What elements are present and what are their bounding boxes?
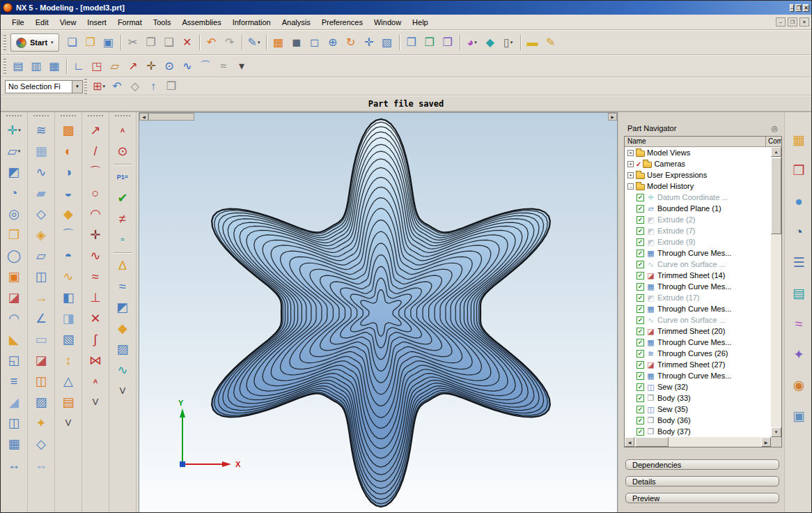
tree-trimmed-sheet-27[interactable]: ✓◪Trimmed Sheet (27): [625, 359, 771, 370]
chevron-down-icon[interactable]: ▾: [72, 81, 82, 93]
chevron-down-icon[interactable]: ▾: [258, 40, 260, 45]
tree-user-expressions[interactable]: +User Expressions: [625, 169, 771, 181]
close-button[interactable]: ✕: [803, 4, 809, 12]
toolbar-drag-handle[interactable]: [3, 59, 6, 74]
people-palette-button[interactable]: ◉: [788, 374, 810, 395]
dependencies-panel[interactable]: Dependencies: [625, 459, 779, 470]
more-curve-tools-column-button[interactable]: ˅: [85, 392, 107, 413]
expression-button[interactable]: P1=: [112, 167, 134, 187]
feature-checkbox[interactable]: ✓: [637, 395, 644, 402]
profile-button[interactable]: ↗: [85, 120, 107, 141]
horizontal-scroll-thumb[interactable]: [635, 437, 669, 447]
block-button[interactable]: ❒: [3, 224, 25, 245]
expression-check-button[interactable]: ✔: [112, 187, 134, 208]
toolbar-drag-handle[interactable]: [3, 35, 6, 50]
line-button[interactable]: /: [85, 141, 107, 162]
project-curve-button[interactable]: ⊥: [85, 287, 107, 308]
more-surface-tools-button[interactable]: ˅: [58, 413, 79, 434]
expand-toggle[interactable]: +: [627, 172, 634, 178]
scroll-up-button[interactable]: ▲: [771, 147, 781, 157]
tree-body-37[interactable]: ✓❒Body (37): [625, 426, 771, 437]
move-component-button[interactable]: ❒: [421, 33, 439, 52]
tree-through-curve-mesh-e[interactable]: ✓▦Through Curve Mes...: [625, 370, 771, 381]
work-section-button[interactable]: ◇: [126, 77, 144, 95]
copy-button[interactable]: ❐: [142, 33, 160, 52]
start-menu-button[interactable]: Start ▾: [10, 33, 59, 52]
through-curve-mesh-button[interactable]: ▦: [31, 141, 52, 162]
information-palette-button[interactable]: ▤: [788, 282, 810, 303]
fillet-button[interactable]: ◠: [85, 204, 107, 224]
extension-surface-button[interactable]: →: [31, 287, 52, 308]
measure-body-button[interactable]: ∆: [112, 255, 134, 276]
shaded-solid-button[interactable]: ◆: [481, 33, 499, 52]
refit-face-button[interactable]: ▧: [58, 329, 79, 350]
menu-insert[interactable]: Insert: [81, 16, 112, 29]
bounded-plane-button[interactable]: ▱: [31, 245, 52, 266]
simple-interference-button[interactable]: ✎: [542, 33, 560, 52]
sketch-in-task-button[interactable]: ◳: [88, 57, 106, 75]
law-extension-button[interactable]: ∠: [31, 308, 52, 329]
point-tool-button[interactable]: ⊙: [112, 141, 134, 162]
annotation-text-button[interactable]: A: [112, 120, 134, 141]
feature-checkbox[interactable]: ✓: [637, 428, 644, 436]
menu-help[interactable]: Help: [407, 16, 434, 29]
cylinder-button[interactable]: ◯: [3, 245, 25, 266]
tree-extrude-17[interactable]: ✓◩Extrude (17): [625, 292, 771, 303]
patch-body-button[interactable]: ▨: [31, 392, 52, 413]
ruled-surface-button[interactable]: ▰: [31, 183, 52, 204]
details-panel[interactable]: Details: [625, 476, 779, 487]
emboss-body-button[interactable]: ◧: [58, 287, 79, 308]
tree-through-curve-mesh-c[interactable]: ✓▦Through Curve Mes...: [625, 303, 771, 314]
rendering-style-button[interactable]: ◕▾: [463, 33, 481, 52]
expand-toggle[interactable]: -: [627, 183, 634, 190]
trimmed-sheet-button[interactable]: ◪: [31, 350, 52, 371]
studio-surface-button[interactable]: ◈: [31, 224, 52, 245]
assembly-constraints-button[interactable]: ❒: [403, 33, 421, 52]
toolbar-drag-handle[interactable]: [6, 115, 22, 118]
undo-selection-button[interactable]: ↶: [108, 77, 126, 95]
section-curve-button[interactable]: ∫: [85, 329, 107, 350]
feature-checkbox[interactable]: ✓: [637, 372, 644, 380]
feature-checkbox[interactable]: ✓: [637, 339, 644, 346]
studio-spline-button[interactable]: ∿: [178, 57, 196, 75]
image-gallery-button[interactable]: ▣: [788, 405, 810, 426]
menu-assemblies[interactable]: Assemblies: [176, 16, 226, 29]
undo-button[interactable]: ↶: [203, 33, 221, 52]
pan-view-button[interactable]: ✛: [360, 33, 378, 52]
text-curve-button[interactable]: A: [85, 371, 107, 392]
tree-body-33[interactable]: ✓❒Body (33): [625, 392, 771, 404]
draft-analysis-button[interactable]: ◆: [112, 318, 134, 339]
vertical-scroll-thumb[interactable]: [771, 158, 781, 234]
scroll-right-button[interactable]: ▶: [761, 437, 771, 447]
datum-axis-button[interactable]: ↗: [124, 57, 142, 75]
menu-window[interactable]: Window: [368, 16, 407, 29]
swoop-button[interactable]: ∿: [58, 266, 79, 287]
tree-curve-on-surface-b[interactable]: ✓∿Curve on Surface ...: [625, 314, 771, 326]
face-blend-button[interactable]: ◐: [58, 141, 79, 162]
offset-emboss-button[interactable]: ◨: [58, 308, 79, 329]
tree-extrude-9[interactable]: ✓◩Extrude (9): [625, 236, 771, 247]
intersection-curve-button[interactable]: ✕: [85, 308, 107, 329]
chevron-down-icon[interactable]: ▾: [474, 40, 477, 45]
orient-view-button[interactable]: ↑: [144, 77, 162, 95]
measure-distance-button[interactable]: ▬: [524, 33, 542, 52]
edge-symmetry-button[interactable]: ↔: [31, 454, 52, 475]
scroll-down-button[interactable]: ▼: [771, 427, 781, 437]
redo-button[interactable]: ↷: [221, 33, 239, 52]
point-button[interactable]: ✛: [142, 57, 160, 75]
tree-cameras[interactable]: +✓Cameras: [625, 158, 771, 169]
pane-tab[interactable]: [148, 113, 194, 121]
menu-file[interactable]: File: [6, 16, 30, 29]
feature-checkbox[interactable]: ✓: [637, 361, 644, 369]
preview-panel[interactable]: Preview: [625, 493, 779, 503]
feature-checkbox[interactable]: ✓: [637, 216, 644, 224]
pattern-feature-button[interactable]: ▦: [3, 434, 25, 454]
toolbar-drag-handle[interactable]: [88, 115, 103, 118]
selection-filter-dropdown[interactable]: No Selection Fi ▾: [5, 80, 83, 93]
color-palette-button[interactable]: ≈: [788, 313, 810, 334]
paste-button[interactable]: ❑: [160, 33, 178, 52]
feature-checkbox[interactable]: ✓: [637, 417, 644, 424]
edge-blend-button[interactable]: ◠: [3, 308, 25, 329]
scale-body-button[interactable]: ↕: [58, 350, 79, 371]
cut-button[interactable]: ✂: [124, 33, 142, 52]
